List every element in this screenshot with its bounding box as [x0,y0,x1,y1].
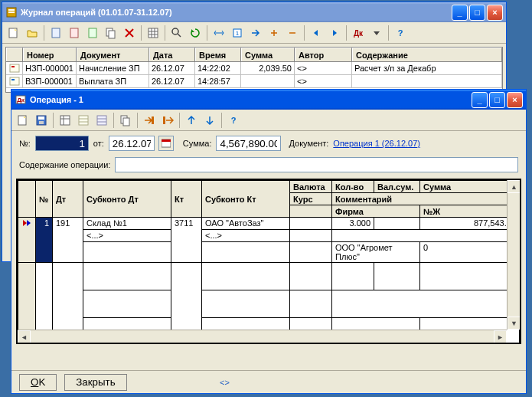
journal-row[interactable]: НЗП-000001 Начисление ЗП 26.12.07 14:22:… [6,62,502,75]
tb-help-icon[interactable]: ? [392,25,409,41]
cell-subdt2[interactable]: <...> [83,230,171,242]
cell-blank[interactable] [290,242,332,263]
tb-grid-icon[interactable] [145,25,162,41]
tb-open-icon[interactable] [24,25,41,41]
tb-dk-icon[interactable]: Дк [350,25,367,41]
tb-doc3-icon[interactable] [84,25,101,41]
tb-prev-icon[interactable] [308,25,325,41]
tb-save-icon[interactable] [33,112,50,129]
col-time[interactable]: Время [195,48,241,61]
col-author[interactable]: Автор [295,48,352,61]
col-qty[interactable]: Кол-во [332,181,374,193]
cell-firm[interactable]: ООО "Агромет Плюс" [332,242,420,263]
tb-refresh-icon[interactable] [187,25,204,41]
cell-sum[interactable]: 877,543.00 [420,218,520,230]
tb-doc1-icon[interactable] [47,25,64,41]
col-subdt[interactable]: Субконто Дт [83,181,171,218]
scroll-right-icon[interactable]: ► [494,330,507,343]
journal-titlebar[interactable]: Журнал операций (01.01.07-31.12.07) _ □ … [2,2,506,22]
col-num[interactable]: № [36,181,53,218]
tb-del-icon[interactable] [121,25,138,41]
col-blank[interactable] [290,205,332,218]
scroll-left-icon[interactable]: ◄ [18,330,31,343]
content-input[interactable] [115,157,518,172]
tb-grid2-icon[interactable] [75,112,92,129]
tb-width-icon[interactable] [211,25,227,41]
tb-grid3-icon[interactable] [93,112,110,129]
scroll-down-icon[interactable]: ▼ [508,317,521,330]
col-sum[interactable]: Сумма [420,181,520,193]
operation-titlebar[interactable]: Дк Операция - 1 _ □ × [11,90,526,110]
cell-kt[interactable]: 3711 [171,218,202,263]
cell-num[interactable]: 1 [36,218,53,263]
tb-next-icon[interactable] [326,25,343,41]
tb-doc2-icon[interactable] [66,25,83,41]
tb-new-icon[interactable] [15,112,31,129]
vscrollbar[interactable]: ▲ ▼ [507,180,520,330]
cell-subkt3[interactable] [202,242,290,263]
col-kt[interactable]: Кт [171,181,202,218]
cell-comment[interactable] [332,230,520,242]
close-button[interactable]: × [487,5,503,21]
col-icon[interactable] [6,48,23,61]
tb-exp-icon[interactable] [266,25,282,41]
tb-in-icon[interactable] [141,112,158,129]
grid-empty-row[interactable] [18,263,520,290]
tb-grid1-icon[interactable] [57,112,73,129]
close-button[interactable]: × [507,92,523,108]
close-op-button[interactable]: Закрыть [64,374,126,391]
tb-goto-icon[interactable] [247,25,264,41]
maximize-button[interactable]: □ [489,92,505,108]
col-comment[interactable]: Комментарий [332,193,520,205]
grid-data-row-3[interactable]: ООО "Агромет Плюс" 0 [18,242,520,263]
col-valsum[interactable]: Вал.сум. [374,181,420,193]
cell-subkt2[interactable]: <...> [202,230,290,242]
tb-col-icon[interactable] [284,25,301,41]
sum-input[interactable] [216,136,281,151]
col-content[interactable]: Содержание [352,48,502,61]
col-num[interactable]: Номер [23,48,77,61]
tb-copy-icon[interactable] [103,25,119,41]
hscrollbar[interactable]: ◄ ► [18,330,507,343]
col-firm[interactable]: Фирма [332,205,420,218]
tb-find-icon[interactable] [168,25,185,41]
col-subkt[interactable]: Субконто Кт [202,181,290,218]
doc-link[interactable]: Операция 1 (26.12.07) [333,139,420,148]
cell-subdt1[interactable]: Склад №1 [83,218,171,230]
col-rowicon[interactable] [18,181,36,218]
tb-new-icon[interactable] [5,25,22,41]
cell-nzh[interactable]: 0 [420,242,520,263]
cell-rate[interactable] [290,230,332,242]
tb-help-icon[interactable]: ? [225,112,242,129]
cell-valsum[interactable] [374,218,420,230]
grid-data-row-2[interactable]: <...> <...> [18,230,520,242]
cell-qty[interactable]: 3.000 [332,218,374,230]
col-nzh[interactable]: №Ж [420,205,520,218]
col-sum[interactable]: Сумма [241,48,295,61]
calendar-button[interactable] [158,136,174,151]
col-rate[interactable]: Курс [290,193,332,205]
minimize-button[interactable]: _ [452,5,468,21]
cell-dt[interactable]: 191 [53,218,83,263]
tb-out-icon[interactable] [159,112,176,129]
cell-subkt1[interactable]: ОАО "АвтоЗаз" [202,218,290,230]
minimize-button[interactable]: _ [472,92,488,108]
ok-button[interactable]: OOKK [19,374,57,391]
num-input[interactable] [35,136,89,151]
tb-copy-icon[interactable] [117,112,134,129]
col-currency[interactable]: Валюта [290,181,332,193]
cell-currency[interactable] [290,218,332,230]
tb-down-icon[interactable] [368,25,385,41]
col-doc[interactable]: Документ [77,48,149,61]
tb-up-icon[interactable] [183,112,200,129]
journal-row[interactable]: ВЗП-000001 Выплата ЗП 26.12.07 14:28:57 … [6,75,502,88]
grid-data-row-1[interactable]: 1 191 Склад №1 3711 ОАО "АвтоЗаз" 3.000 … [18,218,520,230]
tb-down-icon[interactable] [201,112,218,129]
cell-subdt3[interactable] [83,242,171,263]
date-input[interactable] [109,136,155,151]
col-date[interactable]: Дата [149,48,195,61]
scroll-up-icon[interactable]: ▲ [508,180,521,193]
maximize-button[interactable]: □ [469,5,485,21]
col-dt[interactable]: Дт [53,181,83,218]
tb-p1-icon[interactable]: 1 [229,25,246,41]
